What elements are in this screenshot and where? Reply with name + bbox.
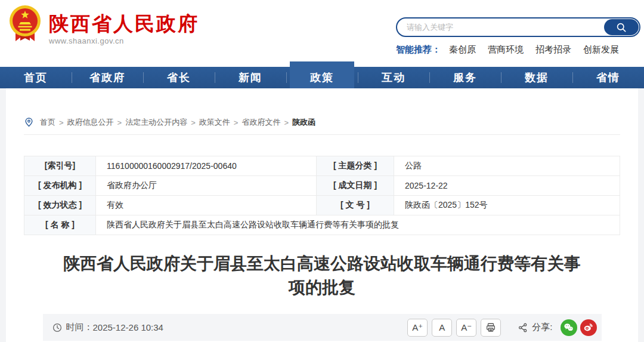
nav-item-policy-active[interactable]: 政策 [286, 67, 358, 88]
nav-item-interaction[interactable]: 互动 [358, 67, 429, 88]
search-button[interactable] [604, 19, 639, 35]
site-header: 陕西省人民政府 www.shaanxi.gov.cn 智能推荐： 秦创原 营商环… [0, 0, 644, 67]
search-input[interactable] [407, 19, 597, 35]
font-increase-button[interactable]: A⁺ [407, 319, 428, 337]
share-group: 分享: [518, 319, 596, 336]
search-box [396, 17, 640, 37]
national-emblem-icon [8, 5, 42, 44]
weibo-icon [583, 322, 594, 333]
location-pin-icon [24, 116, 34, 128]
content-card: 首页 > 政府信息公开 > 法定主动公开内容 > 政策文件 > 省政府文件 > … [6, 88, 638, 342]
table-row: [ 效力状态 ] 有效 [ 文 号 ] 陕政函〔2025〕152号 [24, 196, 620, 215]
breadcrumb-divider [24, 134, 620, 135]
page-background: 首页 > 政府信息公开 > 法定主动公开内容 > 政策文件 > 省政府文件 > … [0, 88, 644, 342]
breadcrumb-statutory-disclosure[interactable]: 法定主动公开内容 [125, 117, 187, 128]
wechat-icon [563, 322, 574, 333]
hot-word-link[interactable]: 创新发展 [583, 44, 619, 56]
page-title: 陕西省人民政府关于眉县至太白高速公路设站收取车辆通行费等有关事项的批复 [57, 252, 587, 300]
table-row: [ 名 称 ] 陕西省人民政府关于眉县至太白高速公路设站收取车辆通行费等有关事项… [24, 215, 620, 235]
search-area: 智能推荐： 秦创原 营商环境 招考招录 创新发展 [396, 17, 640, 56]
breadcrumb-separator: > [117, 118, 122, 127]
print-button[interactable] [481, 319, 501, 337]
share-label: 分享: [532, 322, 552, 333]
meta-validity-label: [ 效力状态 ] [24, 196, 96, 215]
nav-item-provincial-government[interactable]: 省政府 [72, 67, 143, 88]
article-toolbar: 时间： 2025-12-26 10:34 A⁺ A A⁻ [43, 314, 602, 341]
breadcrumb-separator: > [191, 118, 196, 127]
printer-icon [485, 322, 496, 333]
meta-index-label: [索引号] [24, 156, 96, 176]
clock-icon [52, 323, 66, 332]
meta-index-value: 116100000160002917/2025-00640 [96, 156, 317, 176]
hot-word-link[interactable]: 营商环境 [488, 44, 524, 56]
smart-recommend-row: 智能推荐： 秦创原 营商环境 招考招录 创新发展 [396, 44, 640, 56]
share-wechat-button[interactable] [561, 319, 577, 336]
meta-validity-value: 有效 [96, 196, 317, 215]
publish-time-label: 时间： [66, 322, 93, 333]
meta-topic-value: 公路 [394, 156, 620, 176]
breadcrumb-home[interactable]: 首页 [40, 117, 55, 128]
hot-word-link[interactable]: 秦创原 [449, 44, 476, 56]
document-meta-table: [索引号] 116100000160002917/2025-00640 [ 主题… [24, 156, 620, 235]
breadcrumb-separator: > [234, 118, 239, 127]
site-name: 陕西省人民政府 [49, 13, 199, 35]
breadcrumb: 首页 > 政府信息公开 > 法定主动公开内容 > 政策文件 > 省政府文件 > … [24, 88, 620, 128]
breadcrumb-current: 陕政函 [292, 117, 315, 128]
nav-item-data[interactable]: 数据 [501, 67, 572, 88]
breadcrumb-gov-info[interactable]: 政府信息公开 [67, 117, 114, 128]
nav-item-services[interactable]: 服务 [429, 67, 501, 88]
meta-date-label: [ 成文日期 ] [317, 176, 394, 196]
publish-time: 时间： 2025-12-26 10:34 [52, 322, 163, 333]
meta-name-label: [ 名 称 ] [24, 215, 96, 235]
table-row: [索引号] 116100000160002917/2025-00640 [ 主题… [24, 156, 620, 176]
smart-recommend-label: 智能推荐： [396, 44, 441, 56]
site-url: www.shaanxi.gov.cn [49, 36, 199, 45]
breadcrumb-separator: > [59, 118, 64, 127]
publish-time-value: 2025-12-26 10:34 [93, 322, 163, 332]
site-logo[interactable]: 陕西省人民政府 www.shaanxi.gov.cn [8, 5, 199, 45]
breadcrumb-policy-documents[interactable]: 政策文件 [199, 117, 230, 128]
meta-docnum-value: 陕政函〔2025〕152号 [394, 196, 620, 215]
breadcrumb-separator: > [284, 118, 289, 127]
main-navigation: 首页 省政府 省长 新闻 政策 互动 服务 数据 省情 [0, 67, 644, 88]
meta-topic-label: [ 主题分类 ] [317, 156, 394, 176]
meta-date-value: 2025-12-22 [394, 176, 620, 196]
breadcrumb-provincial-documents[interactable]: 省政府文件 [242, 117, 280, 128]
hot-word-link[interactable]: 招考招录 [535, 44, 571, 56]
meta-name-value: 陕西省人民政府关于眉县至太白高速公路设站收取车辆通行费等有关事项的批复 [96, 215, 620, 235]
meta-docnum-label: [ 文 号 ] [317, 196, 394, 215]
search-icon [615, 21, 627, 33]
share-icon [518, 322, 528, 333]
font-normal-button[interactable]: A [432, 319, 452, 337]
nav-item-home[interactable]: 首页 [0, 67, 72, 88]
meta-issuer-label: [ 发布机构 ] [24, 176, 96, 196]
nav-item-news[interactable]: 新闻 [215, 67, 286, 88]
nav-item-province-overview[interactable]: 省情 [572, 67, 644, 88]
share-weibo-button[interactable] [580, 319, 597, 336]
table-row: [ 发布机构 ] 省政府办公厅 [ 成文日期 ] 2025-12-22 [24, 176, 620, 196]
meta-issuer-value: 省政府办公厅 [96, 176, 317, 196]
font-decrease-button[interactable]: A⁻ [456, 319, 476, 337]
nav-item-governor[interactable]: 省长 [143, 67, 215, 88]
